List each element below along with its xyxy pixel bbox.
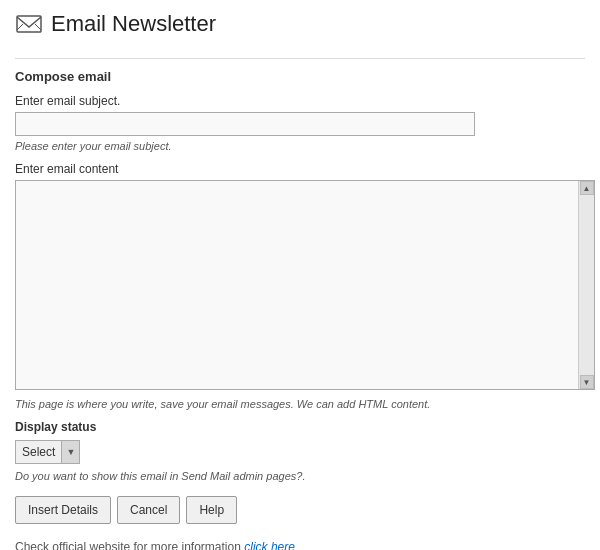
- select-arrow-icon[interactable]: ▼: [61, 441, 79, 463]
- page-header: Email Newsletter: [15, 10, 585, 44]
- footer-note-text: Check official website for more informat…: [15, 540, 241, 550]
- content-textarea[interactable]: [16, 181, 578, 389]
- content-label: Enter email content: [15, 162, 585, 176]
- page-title: Email Newsletter: [51, 11, 216, 37]
- insert-details-button[interactable]: Insert Details: [15, 496, 111, 524]
- footer-note: Check official website for more informat…: [15, 540, 585, 550]
- display-status-label: Display status: [15, 420, 585, 434]
- select-value: Select: [16, 445, 61, 459]
- svg-rect-0: [17, 16, 41, 32]
- footer-link[interactable]: click here: [244, 540, 295, 550]
- header-divider: [15, 58, 585, 59]
- display-status-select[interactable]: Select ▼: [15, 440, 80, 464]
- subject-validation: Please enter your email subject.: [15, 140, 585, 152]
- cancel-button[interactable]: Cancel: [117, 496, 180, 524]
- status-question: Do you want to show this email in Send M…: [15, 470, 585, 482]
- subject-label: Enter email subject.: [15, 94, 585, 108]
- email-newsletter-icon: [15, 10, 43, 38]
- button-row: Insert Details Cancel Help: [15, 496, 585, 524]
- compose-section: Compose email Enter email subject. Pleas…: [15, 69, 585, 550]
- content-textarea-wrapper: ▲ ▼: [15, 180, 595, 390]
- scrollbar-track: ▲ ▼: [578, 181, 594, 389]
- page-description: This page is where you write, save your …: [15, 398, 585, 410]
- section-title: Compose email: [15, 69, 585, 84]
- help-button[interactable]: Help: [186, 496, 237, 524]
- subject-input[interactable]: [15, 112, 475, 136]
- scroll-down-arrow[interactable]: ▼: [580, 375, 594, 389]
- scroll-up-arrow[interactable]: ▲: [580, 181, 594, 195]
